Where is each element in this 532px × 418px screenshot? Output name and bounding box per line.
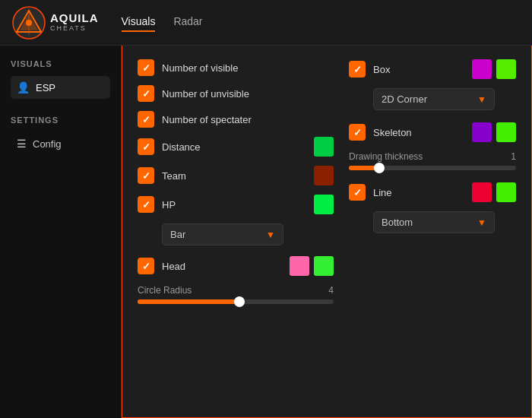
drawing-thickness-track[interactable] bbox=[349, 166, 516, 170]
label-number-spectater: Number of spectater bbox=[162, 114, 334, 125]
hp-dropdown-row: Bar ▼ bbox=[162, 223, 334, 245]
sidebar-item-config[interactable]: ☰ Config bbox=[11, 132, 110, 155]
checkbox-team[interactable]: ✓ bbox=[138, 167, 154, 184]
layout: VISUALS 👤 ESP SETTINGS ☰ Config ✓ Number… bbox=[0, 46, 532, 418]
drawing-thickness-label: Drawing thickness bbox=[349, 151, 423, 162]
columns: ✓ Number of visible ✓ Number of unvisibl… bbox=[138, 59, 516, 315]
toggle-head: ✓ Head bbox=[138, 256, 334, 276]
label-box: Box bbox=[373, 64, 464, 75]
header: AQUILA CHEATS Visuals Radar bbox=[0, 0, 532, 46]
hp-dropdown-arrow: ▼ bbox=[266, 230, 275, 240]
right-column: ✓ Box 2D Corner ▼ ✓ bbox=[349, 59, 516, 315]
box-swatches bbox=[472, 59, 516, 79]
logo-area: AQUILA CHEATS bbox=[12, 6, 99, 40]
tab-radar[interactable]: Radar bbox=[173, 15, 202, 30]
swatch-line-2[interactable] bbox=[496, 182, 516, 202]
logo-aquila-text: AQUILA bbox=[50, 12, 99, 25]
logo-text: AQUILA CHEATS bbox=[50, 12, 99, 32]
box-dropdown-arrow: ▼ bbox=[477, 94, 486, 105]
toggle-distance: ✓ Distance bbox=[138, 137, 334, 157]
head-swatches bbox=[290, 256, 334, 276]
toggle-box: ✓ Box bbox=[349, 59, 516, 79]
line-dropdown[interactable]: Bottom ▼ bbox=[373, 211, 495, 233]
toggle-skeleton: ✓ Skeleton bbox=[349, 122, 516, 142]
swatch-team[interactable] bbox=[314, 166, 334, 185]
label-hp: HP bbox=[162, 199, 306, 211]
circle-radius-fill bbox=[138, 299, 239, 304]
tab-visuals[interactable]: Visuals bbox=[122, 15, 156, 30]
hp-dropdown[interactable]: Bar ▼ bbox=[162, 223, 283, 245]
left-column: ✓ Number of visible ✓ Number of unvisibl… bbox=[138, 59, 334, 315]
checkbox-line[interactable]: ✓ bbox=[349, 184, 366, 201]
hp-dropdown-value: Bar bbox=[170, 229, 185, 240]
checkbox-head[interactable]: ✓ bbox=[138, 258, 154, 274]
swatch-line-1[interactable] bbox=[472, 182, 492, 202]
checkbox-number-spectater[interactable]: ✓ bbox=[138, 111, 154, 128]
label-skeleton: Skeleton bbox=[373, 127, 464, 138]
logo-icon bbox=[12, 6, 46, 40]
swatch-head-2[interactable] bbox=[314, 256, 334, 276]
box-dropdown-row: 2D Corner ▼ bbox=[373, 88, 516, 110]
swatch-distance[interactable] bbox=[314, 137, 334, 157]
swatch-skeleton-1[interactable] bbox=[472, 122, 492, 142]
swatch-skeleton-2[interactable] bbox=[496, 122, 516, 142]
checkbox-skeleton[interactable]: ✓ bbox=[349, 124, 366, 141]
box-dropdown[interactable]: 2D Corner ▼ bbox=[373, 88, 495, 110]
drawing-thickness-thumb[interactable] bbox=[374, 163, 385, 173]
esp-label: ESP bbox=[36, 82, 55, 93]
sidebar: VISUALS 👤 ESP SETTINGS ☰ Config bbox=[0, 46, 122, 418]
swatch-hp[interactable] bbox=[314, 195, 334, 214]
label-team: Team bbox=[162, 170, 306, 182]
circle-radius-track[interactable] bbox=[138, 299, 334, 304]
line-dropdown-row: Bottom ▼ bbox=[373, 211, 516, 233]
settings-section: SETTINGS ☰ Config bbox=[11, 116, 110, 155]
line-dropdown-arrow: ▼ bbox=[477, 217, 486, 228]
label-number-unvisible: Number of unvisible bbox=[162, 88, 334, 100]
visuals-section-title: VISUALS bbox=[11, 59, 110, 68]
toggle-number-spectater: ✓ Number of spectater bbox=[138, 111, 334, 128]
circle-radius-row: Circle Radius 4 bbox=[138, 285, 334, 304]
circle-radius-label: Circle Radius bbox=[138, 285, 192, 296]
circle-radius-value: 4 bbox=[328, 285, 334, 296]
config-label: Config bbox=[33, 138, 62, 150]
label-line: Line bbox=[373, 187, 464, 198]
skeleton-swatches bbox=[472, 122, 516, 142]
settings-section-title: SETTINGS bbox=[11, 116, 110, 125]
circle-radius-thumb[interactable] bbox=[234, 296, 245, 307]
esp-icon: 👤 bbox=[17, 81, 30, 93]
label-distance: Distance bbox=[162, 141, 306, 153]
line-dropdown-value: Bottom bbox=[382, 217, 413, 228]
checkbox-hp[interactable]: ✓ bbox=[138, 196, 154, 213]
label-head: Head bbox=[162, 261, 282, 272]
circle-radius-labels: Circle Radius 4 bbox=[138, 285, 334, 296]
drawing-thickness-row: Drawing thickness 1 bbox=[349, 151, 516, 170]
swatch-head-1[interactable] bbox=[290, 256, 309, 276]
toggle-number-visible: ✓ Number of visible bbox=[138, 59, 334, 76]
nav-tabs: Visuals Radar bbox=[122, 15, 203, 30]
swatch-box-1[interactable] bbox=[472, 59, 492, 79]
toggle-hp: ✓ HP bbox=[138, 195, 334, 214]
checkbox-box[interactable]: ✓ bbox=[349, 61, 366, 78]
drawing-thickness-labels: Drawing thickness 1 bbox=[349, 151, 516, 162]
label-number-visible: Number of visible bbox=[162, 62, 334, 74]
checkbox-number-unvisible[interactable]: ✓ bbox=[138, 85, 154, 102]
swatch-box-2[interactable] bbox=[496, 59, 516, 79]
box-dropdown-value: 2D Corner bbox=[382, 93, 427, 105]
checkbox-number-visible[interactable]: ✓ bbox=[138, 59, 154, 76]
toggle-team: ✓ Team bbox=[138, 166, 334, 185]
toggle-number-unvisible: ✓ Number of unvisible bbox=[138, 85, 334, 102]
main-content: ✓ Number of visible ✓ Number of unvisibl… bbox=[122, 46, 532, 418]
config-icon: ☰ bbox=[17, 138, 27, 150]
logo-cheats-text: CHEATS bbox=[50, 25, 99, 33]
line-swatches bbox=[472, 182, 516, 202]
toggle-line: ✓ Line bbox=[349, 182, 516, 202]
checkbox-distance[interactable]: ✓ bbox=[138, 138, 154, 155]
sidebar-item-esp[interactable]: 👤 ESP bbox=[11, 76, 110, 99]
drawing-thickness-value: 1 bbox=[511, 151, 516, 162]
